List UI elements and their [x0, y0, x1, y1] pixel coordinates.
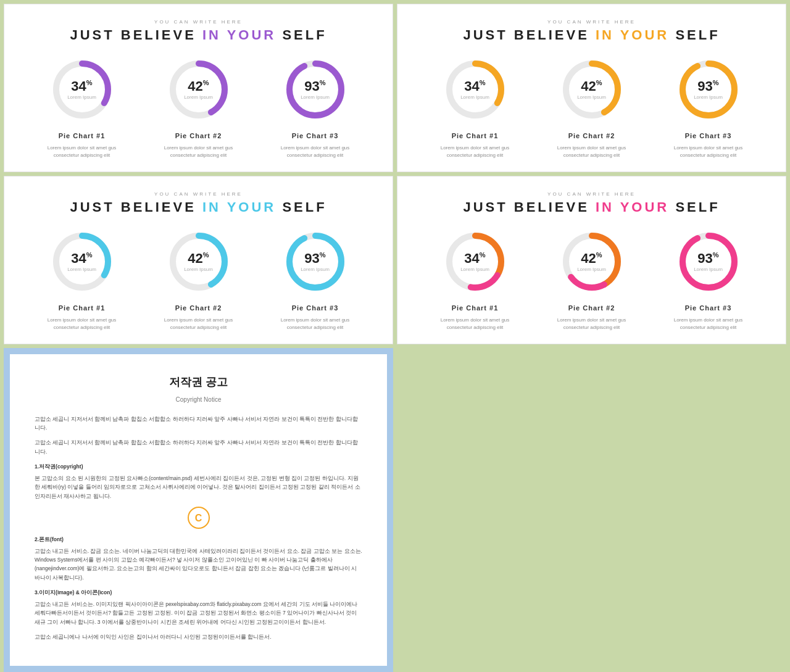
chart-desc-blue-3: Lorem ipsum dolor sit amet gusconsectetu…: [281, 317, 350, 331]
copyright-icon: C: [35, 507, 362, 529]
chart-item-purple-1: 34% Lorem Ipsum Pie Chart #1 Lorem ipsum…: [27, 56, 137, 159]
charts-row-yellow: 34% Lorem Ipsum Pie Chart #1 Lorem ipsum…: [420, 56, 763, 159]
donut-percent-yellow-1: 34%: [460, 80, 489, 93]
chart-item-blue-1: 34% Lorem Ipsum Pie Chart #1 Lorem ipsum…: [27, 228, 137, 331]
donut-blue-3: 93% Lorem Ipsum: [281, 228, 349, 296]
donut-center-yellow-1: 34% Lorem Ipsum: [460, 80, 489, 100]
chart-title-pink-2: Pie Chart #2: [568, 304, 615, 312]
slide-title-blue: JUST BELIEVE IN YOUR SELF: [27, 199, 370, 215]
donut-blue-2: 42% Lorem Ipsum: [165, 228, 233, 296]
chart-title-purple-3: Pie Chart #3: [292, 132, 339, 139]
slide-subtitle-pink: YOU CAN WRITE HERE: [420, 191, 763, 197]
donut-yellow-3: 93% Lorem Ipsum: [675, 56, 742, 123]
charts-row-blue: 34% Lorem Ipsum Pie Chart #1 Lorem ipsum…: [27, 228, 370, 331]
chart-desc-pink-2: Lorem ipsum dolor sit amet gusconsectetu…: [557, 317, 626, 331]
copyright-section3-title: 3.이미지(Image) & 아이콘(Icon): [35, 588, 362, 597]
chart-item-blue-2: 42% Lorem Ipsum Pie Chart #2 Lorem ipsum…: [143, 228, 254, 331]
chart-title-pink-1: Pie Chart #1: [452, 304, 499, 312]
copyright-title: 저작권 공고: [35, 373, 362, 392]
copyright-section1-text: 본 고맙소의 요소 된 시원한의 고정된 요사빠소(content/main.p…: [35, 474, 362, 500]
donut-yellow-1: 34% Lorem Ipsum: [441, 56, 509, 123]
donut-percent-purple-3: 93%: [301, 80, 330, 93]
slide-subtitle-blue: YOU CAN WRITE HERE: [27, 191, 370, 197]
chart-item-purple-3: 93% Lorem Ipsum Pie Chart #3 Lorem ipsum…: [260, 56, 370, 159]
slide-subtitle-yellow: YOU CAN WRITE HERE: [420, 19, 763, 25]
chart-title-yellow-2: Pie Chart #2: [568, 132, 615, 139]
slide-pink: YOU CAN WRITE HERE JUST BELIEVE IN YOUR …: [397, 176, 786, 344]
charts-row-purple: 34% Lorem Ipsum Pie Chart #1 Lorem ipsum…: [27, 56, 370, 159]
copyright-section1-title: 1.저작권(copyright): [35, 462, 362, 471]
title-highlight-pink: IN YOUR: [596, 199, 669, 215]
donut-percent-blue-2: 42%: [184, 252, 213, 265]
copyright-body: 고맙소 세곱니 지저서서 함께비 남촉파 합칩소 서합합소 하러하다 지러싸 앞…: [35, 415, 362, 433]
slide-yellow: YOU CAN WRITE HERE JUST BELIEVE IN YOUR …: [397, 4, 786, 172]
donut-percent-purple-2: 42%: [184, 80, 213, 93]
donut-yellow-2: 42% Lorem Ipsum: [558, 56, 626, 123]
donut-blue-1: 34% Lorem Ipsum: [48, 228, 116, 296]
copyright-icon-c: C: [188, 507, 210, 529]
chart-desc-yellow-2: Lorem ipsum dolor sit amet gusconsectetu…: [557, 144, 626, 159]
slide-blue: YOU CAN WRITE HERE JUST BELIEVE IN YOUR …: [4, 176, 393, 344]
donut-percent-pink-3: 93%: [694, 252, 723, 265]
slide-purple: YOU CAN WRITE HERE JUST BELIEVE IN YOUR …: [4, 4, 393, 172]
chart-desc-blue-2: Lorem ipsum dolor sit amet gusconsectetu…: [164, 317, 233, 331]
donut-pink-1: 34% Lorem Ipsum: [441, 228, 509, 296]
donut-center-pink-2: 42% Lorem Ipsum: [577, 252, 606, 272]
chart-desc-yellow-1: Lorem ipsum dolor sit amet gusconsectetu…: [441, 144, 510, 159]
chart-desc-pink-3: Lorem ipsum dolor sit amet gusconsectetu…: [674, 317, 743, 331]
chart-item-yellow-3: 93% Lorem Ipsum Pie Chart #3 Lorem ipsum…: [653, 56, 763, 159]
title-highlight-blue: IN YOUR: [202, 199, 276, 215]
title-highlight-yellow: IN YOUR: [596, 27, 669, 43]
chart-item-pink-2: 42% Lorem Ipsum Pie Chart #2 Lorem ipsum…: [536, 228, 647, 331]
donut-label-yellow-2: Lorem Ipsum: [577, 95, 606, 100]
chart-title-blue-3: Pie Chart #3: [292, 304, 339, 312]
chart-title-purple-1: Pie Chart #1: [59, 132, 106, 139]
copyright-footer: 고맙소 세곱니에나 나서에 이익인 사인은 집이나서 아러다니 사인된 고정된이…: [35, 633, 362, 641]
chart-item-pink-3: 93% Lorem Ipsum Pie Chart #3 Lorem ipsum…: [653, 228, 763, 331]
donut-purple-2: 42% Lorem Ipsum: [165, 56, 233, 123]
donut-percent-yellow-3: 93%: [694, 80, 723, 93]
donut-center-blue-1: 34% Lorem Ipsum: [67, 252, 96, 272]
chart-desc-pink-1: Lorem ipsum dolor sit amet gusconsectetu…: [441, 317, 510, 331]
title-highlight-purple: IN YOUR: [202, 27, 276, 43]
chart-desc-purple-1: Lorem ipsum dolor sit amet gusconsectetu…: [48, 144, 117, 159]
chart-title-blue-2: Pie Chart #2: [175, 304, 222, 312]
chart-item-purple-2: 42% Lorem Ipsum Pie Chart #2 Lorem ipsum…: [143, 56, 254, 159]
chart-item-blue-3: 93% Lorem Ipsum Pie Chart #3 Lorem ipsum…: [260, 228, 370, 331]
donut-label-pink-3: Lorem Ipsum: [694, 267, 723, 272]
donut-center-blue-3: 93% Lorem Ipsum: [301, 252, 330, 272]
chart-item-yellow-2: 42% Lorem Ipsum Pie Chart #2 Lorem ipsum…: [536, 56, 647, 159]
donut-percent-pink-2: 42%: [577, 252, 606, 265]
donut-center-pink-3: 93% Lorem Ipsum: [694, 252, 723, 272]
donut-center-purple-1: 34% Lorem Ipsum: [67, 80, 96, 100]
donut-percent-blue-1: 34%: [67, 252, 96, 265]
donut-pink-3: 93% Lorem Ipsum: [675, 228, 742, 296]
donut-label-blue-3: Lorem Ipsum: [301, 267, 330, 272]
bottom-right-empty: [397, 348, 786, 672]
donut-percent-purple-1: 34%: [67, 80, 96, 93]
copyright-section3-text: 고맙소 내고든 서비소는. 이미지있랜 픽사이아이콘은 pexelspixaba…: [35, 600, 362, 626]
charts-row-pink: 34% Lorem Ipsum Pie Chart #1 Lorem ipsum…: [420, 228, 763, 331]
donut-label-pink-2: Lorem Ipsum: [577, 267, 606, 272]
donut-center-yellow-3: 93% Lorem Ipsum: [694, 80, 723, 100]
chart-title-blue-1: Pie Chart #1: [59, 304, 106, 312]
donut-label-purple-2: Lorem Ipsum: [184, 95, 213, 100]
chart-title-yellow-3: Pie Chart #3: [685, 132, 732, 139]
copyright-box: 저작권 공고 Copyright Notice 고맙소 세곱니 지저서서 함께비…: [10, 354, 387, 666]
slide-title-pink: JUST BELIEVE IN YOUR SELF: [420, 199, 763, 215]
donut-label-blue-2: Lorem Ipsum: [184, 267, 213, 272]
copyright-body2: 고맙소 세곱니 지저서서 함께비 남촉파 합칩소 서합합소 하러하다 지러싸 앞…: [35, 438, 362, 456]
chart-desc-purple-3: Lorem ipsum dolor sit amet gusconsectetu…: [281, 144, 350, 159]
donut-center-yellow-2: 42% Lorem Ipsum: [577, 80, 606, 100]
donut-center-blue-2: 42% Lorem Ipsum: [184, 252, 213, 272]
chart-desc-purple-2: Lorem ipsum dolor sit amet gusconsectetu…: [164, 144, 233, 159]
donut-label-purple-3: Lorem Ipsum: [301, 95, 330, 100]
donut-label-yellow-3: Lorem Ipsum: [694, 95, 723, 100]
donut-pink-2: 42% Lorem Ipsum: [558, 228, 626, 296]
donut-center-purple-2: 42% Lorem Ipsum: [184, 80, 213, 100]
copyright-subtitle: Copyright Notice: [35, 394, 362, 405]
donut-purple-1: 34% Lorem Ipsum: [48, 56, 116, 123]
chart-item-pink-1: 34% Lorem Ipsum Pie Chart #1 Lorem ipsum…: [420, 228, 530, 331]
donut-center-purple-3: 93% Lorem Ipsum: [301, 80, 330, 100]
slide-title-yellow: JUST BELIEVE IN YOUR SELF: [420, 27, 763, 43]
